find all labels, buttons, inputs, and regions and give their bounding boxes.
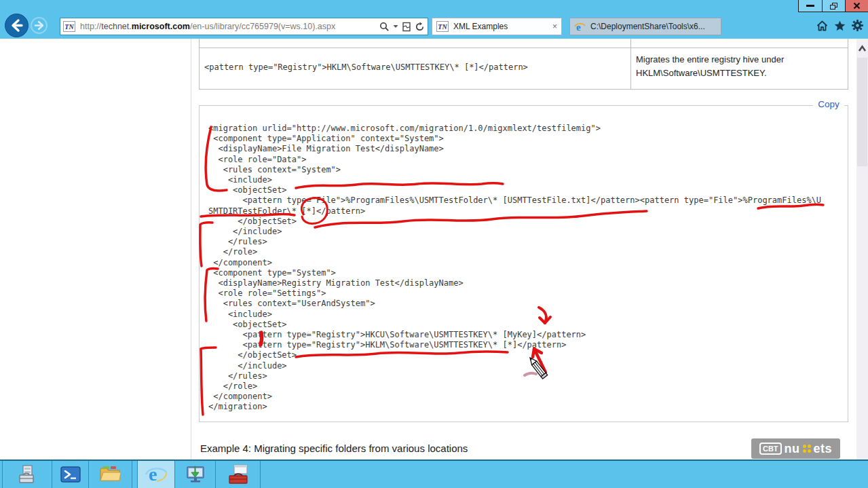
content-left-divider (191, 39, 191, 459)
scroll-up-icon[interactable] (856, 42, 868, 56)
page-content: <pattern type="Registry">HKLM\Software\U… (0, 39, 856, 459)
taskbar-deployment-workbench[interactable] (216, 461, 260, 488)
tab-title: C:\DeploymentShare\Tools\x6... (590, 22, 717, 31)
favorites-star-icon[interactable] (834, 20, 846, 31)
technet-favicon: TN (63, 21, 75, 32)
ie-tab-favicon: e (574, 21, 586, 33)
code-sample-box: Copy <migration urlid="http://www.micros… (199, 105, 848, 422)
server-manager-icon (17, 464, 37, 485)
taskbar-internet-explorer[interactable]: e (137, 461, 175, 488)
close-button[interactable] (845, 0, 868, 12)
table-description-line1: Migrates the entire registry hive under (636, 54, 784, 64)
restore-button[interactable] (822, 0, 845, 12)
browser-chrome: TN http://technet.microsoft.com/en-us/li… (0, 0, 868, 39)
tab-title: XML Examples (453, 22, 550, 31)
scrollbar-thumb[interactable] (857, 58, 867, 166)
refresh-icon[interactable] (415, 22, 425, 32)
table-pattern-cell: <pattern type="Registry">HKLM\Software\U… (204, 62, 528, 72)
table-description-line2: HKLM\Software\USMTTESTKEY. (636, 68, 767, 78)
taskbar-powershell[interactable] (52, 461, 88, 488)
tab-deploymentshare[interactable]: e C:\DeploymentShare\Tools\x6... (569, 18, 721, 35)
window-controls (798, 0, 868, 12)
taskbar-server-manager[interactable] (3, 461, 52, 488)
close-icon (853, 2, 861, 10)
mdt-monitor-icon (185, 464, 206, 485)
settings-gear-icon[interactable] (852, 20, 863, 31)
tab-xml-examples[interactable]: TN XML Examples × (432, 18, 562, 35)
cbt-nuggets-watermark: CBT nu ets (751, 438, 840, 459)
taskbar-file-explorer[interactable] (89, 461, 131, 488)
example-heading: Example 4: Migrating specific folders fr… (200, 443, 468, 454)
home-icon[interactable] (816, 20, 828, 31)
table-border (199, 48, 848, 48)
nuggets-dots-icon (803, 445, 811, 453)
powershell-icon (60, 464, 81, 485)
search-icon[interactable] (379, 22, 390, 32)
xml-code[interactable]: <migration urlid="http://www.microsoft.c… (208, 124, 821, 413)
screen: { "window_controls": { "minimize_glyph":… (0, 0, 868, 488)
table-border (199, 39, 200, 89)
file-explorer-icon (99, 464, 121, 485)
minimize-icon (806, 5, 814, 7)
copy-code-button[interactable]: Copy (813, 99, 844, 109)
restore-icon (830, 3, 837, 10)
back-button[interactable] (5, 14, 29, 37)
url-input[interactable]: http://technet.microsoft.com/en-us/libra… (80, 22, 379, 31)
technet-tab-favicon: TN (436, 21, 449, 32)
back-arrow-icon (5, 14, 28, 37)
minimize-button[interactable] (799, 0, 822, 12)
tab-close-icon[interactable]: × (552, 22, 557, 31)
forward-arrow-icon (32, 18, 46, 33)
deployment-toolbox-icon (227, 464, 249, 485)
forward-button[interactable] (31, 17, 48, 34)
taskbar: e (0, 459, 868, 488)
vertical-scrollbar[interactable] (856, 39, 868, 459)
compatibility-view-icon[interactable] (402, 22, 411, 32)
table-border (630, 39, 631, 89)
cbt-badge: CBT (759, 443, 782, 455)
search-dropdown-icon[interactable] (393, 24, 398, 29)
svg-text:e: e (149, 464, 157, 485)
internet-explorer-icon: e (145, 464, 168, 485)
address-bar[interactable]: TN http://technet.microsoft.com/en-us/li… (60, 18, 428, 35)
svg-text:e: e (576, 21, 581, 32)
table-border (848, 39, 848, 89)
table-border (199, 89, 848, 90)
taskbar-mdt-monitor[interactable] (175, 461, 215, 488)
